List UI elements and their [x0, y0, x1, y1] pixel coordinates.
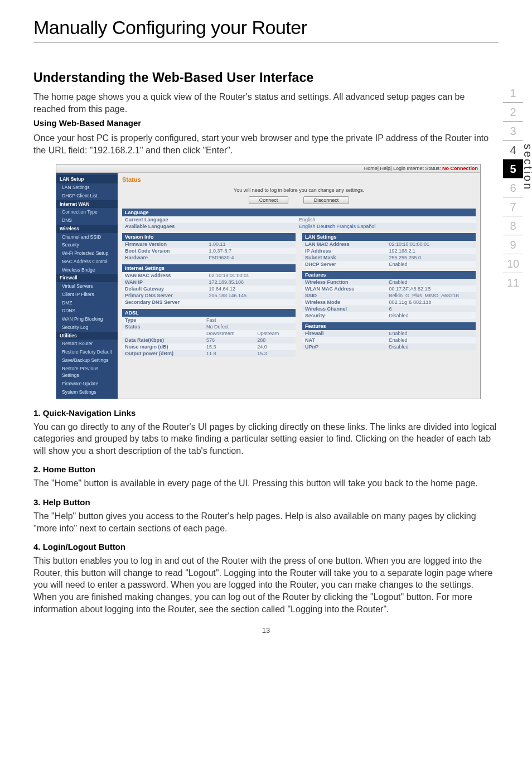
- stat-k: Status: [122, 323, 204, 330]
- sb-restart[interactable]: Restart Router: [56, 340, 118, 348]
- topbar-links[interactable]: Home| Help| Login Internet Status:: [364, 166, 441, 171]
- inet-header: Internet Settings: [122, 264, 296, 272]
- fw2-v: Enabled: [389, 331, 473, 336]
- lang-espanol[interactable]: Español: [357, 224, 376, 229]
- using-heading: Using Web-Based Manager: [33, 118, 499, 128]
- sb-factory[interactable]: Restore Factory Default: [56, 348, 118, 356]
- nav-8[interactable]: 8: [503, 216, 523, 235]
- wfunc-v: Enabled: [389, 279, 473, 285]
- nav-9[interactable]: 9: [503, 235, 523, 254]
- wanip-v: 172.189.85.106: [209, 279, 293, 285]
- cur-lang-v: English: [299, 217, 473, 222]
- boot-v: 1.0.37-8.7: [209, 248, 293, 254]
- section-nav: 1 2 3 4 5 6 7 8 9 10 11: [503, 84, 523, 292]
- out-k: Output power (dBm): [122, 350, 204, 357]
- dhcp-k: DHCP Server: [305, 262, 389, 267]
- pdns-v: 205.188.146.145: [209, 293, 293, 298]
- pdns-k: Primary DNS Server: [125, 293, 209, 298]
- ip-k: IP Address: [305, 248, 389, 254]
- item1-text: You can go directly to any of the Router…: [33, 421, 499, 457]
- nav-2[interactable]: 2: [503, 103, 523, 122]
- nat-k: NAT: [305, 337, 389, 343]
- wmode-k: Wireless Mode: [305, 299, 389, 305]
- sb-conn-type[interactable]: Connection Type: [56, 208, 118, 216]
- wanmac-v: 02:10:18:01:00:01: [209, 273, 293, 278]
- wanip-k: WAN IP: [125, 279, 209, 285]
- sb-wps[interactable]: Wi-Fi Protected Setup: [56, 249, 118, 258]
- nav-4[interactable]: 4: [503, 141, 523, 159]
- nav-3[interactable]: 3: [503, 122, 523, 141]
- router-main: Status You will need to log in before yo…: [118, 173, 480, 398]
- nav-7[interactable]: 7: [503, 197, 523, 216]
- out-u: 15.3: [254, 350, 296, 357]
- sb-firewall[interactable]: Firewall: [56, 274, 118, 282]
- feat-header: Features: [302, 271, 476, 279]
- wlanmac-v: 00:17:3F:A8:82:1B: [389, 286, 473, 292]
- connect-button[interactable]: Connect: [249, 196, 289, 204]
- stat-v: No Defect: [204, 323, 296, 330]
- sb-utilities[interactable]: Utilities: [56, 332, 118, 340]
- rate-u: 288: [254, 337, 296, 343]
- dhcp-v: Enabled: [389, 262, 473, 267]
- ip-v: 192.168.2.1: [389, 248, 473, 254]
- cur-lang-k: Current Langugae: [125, 217, 299, 222]
- subnet-v: 255.255.255.0: [389, 255, 473, 260]
- fw-k: Firmware Version: [125, 241, 209, 247]
- lang-francais[interactable]: Français: [337, 224, 356, 229]
- title-rule: [33, 42, 499, 42]
- up-h: Upstream: [254, 330, 296, 337]
- adsl-header: ADSL: [122, 309, 296, 317]
- sb-lan-setup[interactable]: LAN Setup: [56, 175, 118, 183]
- noise-d: 15.3: [204, 343, 254, 350]
- sb-savebackup[interactable]: Save/Backup Settings: [56, 356, 118, 365]
- item4-text: This button enables you to log in and ou…: [33, 555, 499, 615]
- page-number: 13: [33, 626, 499, 635]
- nav-6[interactable]: 6: [503, 178, 523, 197]
- router-sidebar: LAN Setup LAN Settings DHCP Client List …: [56, 173, 118, 398]
- nav-11[interactable]: 11: [503, 273, 523, 292]
- nav-5[interactable]: 5: [503, 159, 523, 178]
- item4-heading: 4. Login/Logout Button: [33, 542, 499, 551]
- feat2-header: Features: [302, 322, 476, 330]
- lang-english[interactable]: English: [299, 224, 316, 229]
- sb-seclog[interactable]: Security Log: [56, 323, 118, 332]
- sb-restoreprev[interactable]: Restore Previous Settings: [56, 365, 118, 380]
- lanmac-v: 02:10:18:01:00:01: [389, 241, 473, 247]
- sdns-v: [209, 299, 293, 305]
- disconnect-button[interactable]: Disconnect: [303, 196, 350, 204]
- sb-vservers[interactable]: Virtual Servers: [56, 282, 118, 291]
- wfunc-k: Wireless Function: [305, 279, 389, 285]
- nav-10[interactable]: 10: [503, 254, 523, 273]
- hw-k: Hardware: [125, 255, 209, 260]
- subnet-k: Subnet Mask: [305, 255, 389, 260]
- sb-lan-settings[interactable]: LAN Settings: [56, 183, 118, 192]
- sb-chan-ssid[interactable]: Channel and SSID: [56, 233, 118, 241]
- avail-lang-k: Available Langugaes: [125, 224, 299, 229]
- using-text: Once your host PC is properly configured…: [33, 132, 499, 156]
- sb-mac-ctrl[interactable]: MAC Address Control: [56, 258, 118, 266]
- sb-syssettings[interactable]: System Settings: [56, 388, 118, 396]
- sb-cfilters[interactable]: Client IP Filters: [56, 291, 118, 299]
- sb-dns[interactable]: DNS: [56, 216, 118, 225]
- section-heading: Understanding the Web-Based User Interfa…: [33, 70, 499, 85]
- lan-header: LAN Settings: [302, 233, 476, 241]
- sb-fwupdate[interactable]: Firmware Update: [56, 380, 118, 388]
- wchan-v: 6: [389, 306, 473, 312]
- sb-ddns[interactable]: DDNS: [56, 307, 118, 315]
- sb-wbridge[interactable]: Wireless Bridge: [56, 266, 118, 274]
- sb-internet-wan[interactable]: Internet WAN: [56, 200, 118, 209]
- sb-pingblock[interactable]: WAN Ping Blocking: [56, 315, 118, 323]
- version-header: Version Info: [122, 233, 296, 241]
- sb-security[interactable]: Security: [56, 241, 118, 249]
- sb-dmz[interactable]: DMZ: [56, 299, 118, 307]
- out-d: 11.8: [204, 350, 254, 357]
- noise-k: Noise margin (dB): [122, 343, 204, 350]
- router-screenshot: Home| Help| Login Internet Status: No Co…: [56, 164, 481, 399]
- sb-wireless[interactable]: Wireless: [56, 225, 118, 233]
- lang-deutsch[interactable]: Deutsch: [317, 224, 335, 229]
- nav-1[interactable]: 1: [503, 84, 523, 103]
- login-hint: You will need to log in before you can c…: [122, 187, 476, 193]
- sb-dhcp-list[interactable]: DHCP Client List: [56, 192, 118, 200]
- wsec-v: Disabled: [389, 313, 473, 318]
- upnp-v: Disabled: [389, 344, 473, 350]
